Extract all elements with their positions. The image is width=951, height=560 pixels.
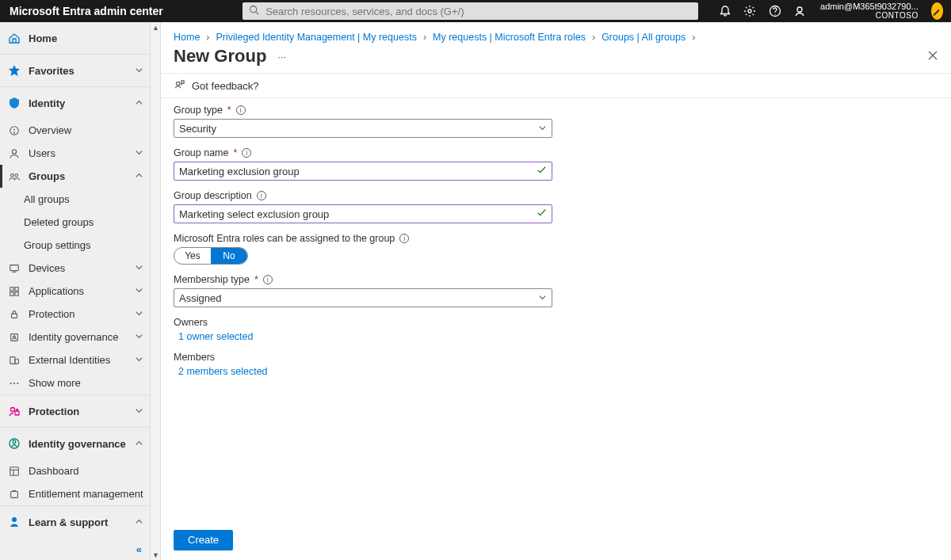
account-info[interactable]: admin@M365t9032790... CONTOSO <box>817 2 922 20</box>
nav-identity-governance-label: Identity governance <box>29 438 127 450</box>
group-description-input[interactable]: Marketing select exclusion group <box>174 204 552 223</box>
breadcrumb-groups[interactable]: Groups | All groups <box>602 32 686 43</box>
owners-label: Owners <box>174 317 208 328</box>
nav-group-settings[interactable]: Group settings <box>0 234 150 257</box>
create-button[interactable]: Create <box>174 530 233 550</box>
nav-groups[interactable]: Groups <box>0 165 150 188</box>
nav-learn-support-label: Learn & support <box>29 516 127 528</box>
nav-show-more[interactable]: Show more <box>0 371 150 394</box>
external-identities-icon <box>8 354 21 367</box>
notifications-icon[interactable] <box>717 0 732 22</box>
toggle-yes[interactable]: Yes <box>174 248 211 264</box>
person-feedback-icon <box>174 78 185 93</box>
page-title: New Group <box>174 46 266 67</box>
nav-entitlement[interactable]: Entitlement management <box>0 482 150 505</box>
help-icon[interactable] <box>767 0 782 22</box>
global-search[interactable] <box>243 2 698 20</box>
nav-identity-label: Identity <box>29 97 127 109</box>
svg-point-37 <box>176 82 179 85</box>
more-actions-icon[interactable]: ··· <box>274 48 289 66</box>
nav-identity[interactable]: Identity <box>0 87 150 119</box>
svg-point-20 <box>13 335 16 337</box>
nav-dashboard[interactable]: Dashboard <box>0 459 150 482</box>
nav-identity-governance[interactable]: Identity governance <box>0 428 150 459</box>
info-icon[interactable]: i <box>236 105 246 115</box>
nav-groups-label: Groups <box>29 170 127 182</box>
breadcrumb-pim[interactable]: Privileged Identity Management | My requ… <box>216 32 417 43</box>
nav-protection-sub[interactable]: Protection <box>0 303 150 326</box>
got-feedback-link[interactable]: Got feedback? <box>192 80 259 92</box>
svg-point-34 <box>12 517 17 522</box>
close-icon[interactable] <box>927 50 938 63</box>
nav-overview[interactable]: Overview <box>0 119 150 142</box>
footer-bar: Create <box>161 524 951 560</box>
breadcrumb-sep: › <box>692 32 695 43</box>
svg-point-5 <box>797 7 802 12</box>
group-type-select[interactable]: Security <box>174 119 552 138</box>
chevron-up-icon <box>135 170 143 182</box>
svg-rect-18 <box>12 314 17 318</box>
groups-icon <box>8 170 21 183</box>
nav-idgov-sub[interactable]: Identity governance <box>0 326 150 349</box>
nav-learn-support[interactable]: Learn & support <box>0 506 150 538</box>
scroll-up-icon[interactable]: ▲ <box>151 22 161 32</box>
chevron-down-icon <box>135 262 143 274</box>
info-icon[interactable]: i <box>257 191 266 200</box>
nav-entitlement-label: Entitlement management <box>29 488 143 500</box>
breadcrumb-home[interactable]: Home <box>174 32 200 43</box>
nav-devices[interactable]: Devices <box>0 257 150 280</box>
tenant-name: CONTOSO <box>876 12 919 21</box>
group-description-value: Marketing select exclusion group <box>179 208 537 220</box>
nav-all-groups[interactable]: All groups <box>0 188 150 211</box>
toolbar: Got feedback? <box>161 73 951 98</box>
breadcrumb-sep: › <box>423 32 426 43</box>
roles-assignable-toggle[interactable]: Yes No <box>174 247 248 265</box>
owners-selected-link[interactable]: 1 owner selected <box>174 331 938 342</box>
info-icon[interactable]: i <box>399 234 409 243</box>
content: Home › Privileged Identity Management | … <box>161 22 951 560</box>
nav-protection-label: Protection <box>29 406 127 417</box>
sidebar-collapse[interactable]: « <box>0 538 150 560</box>
page-header: New Group ··· <box>161 44 951 73</box>
membership-type-label: Membership type <box>174 274 250 285</box>
svg-point-4 <box>774 13 775 14</box>
nav-external-identities[interactable]: External Identities <box>0 349 150 371</box>
members-selected-link[interactable]: 2 members selected <box>174 366 938 377</box>
membership-type-select[interactable]: Assigned <box>174 288 552 307</box>
scroll-down-icon[interactable]: ▼ <box>151 550 161 560</box>
toggle-no[interactable]: No <box>211 248 247 264</box>
nav-applications[interactable]: Applications <box>0 280 150 303</box>
group-description-label: Group description <box>174 190 252 201</box>
nav-favorites[interactable]: Favorites <box>0 55 150 86</box>
nav-protection-sub-label: Protection <box>29 308 127 320</box>
group-name-input[interactable]: Marketing exclusion group <box>174 162 552 181</box>
brand-title: Microsoft Entra admin center <box>10 5 163 17</box>
nav-deleted-groups[interactable]: Deleted groups <box>0 211 150 234</box>
search-input[interactable] <box>264 5 692 18</box>
chevron-up-icon <box>135 97 143 109</box>
nav-users-label: Users <box>29 147 127 159</box>
account-email: admin@M365t9032790... <box>820 2 919 12</box>
learn-support-icon <box>8 516 21 528</box>
svg-rect-17 <box>15 291 18 295</box>
sidebar-scrollbar[interactable]: ▲ ▼ <box>151 22 161 560</box>
svg-point-0 <box>250 6 257 13</box>
info-icon[interactable]: i <box>242 148 251 158</box>
topbar: Microsoft Entra admin center admin@M365t… <box>0 0 951 22</box>
group-type-label: Group type <box>174 105 223 116</box>
breadcrumb-myrequests[interactable]: My requests | Microsoft Entra roles <box>433 32 586 43</box>
nav-protection[interactable]: Protection <box>0 395 150 427</box>
avatar[interactable] <box>931 2 943 20</box>
group-name-label: Group name <box>174 147 228 158</box>
check-icon <box>537 165 547 177</box>
svg-rect-21 <box>10 356 15 364</box>
feedback-icon[interactable] <box>792 0 808 22</box>
nav-users[interactable]: Users <box>0 142 150 165</box>
chevron-down-icon <box>135 285 143 297</box>
identity-governance-icon <box>8 437 21 450</box>
settings-icon[interactable] <box>743 0 758 22</box>
nav-home[interactable]: Home <box>0 22 150 54</box>
info-icon[interactable]: i <box>263 275 273 284</box>
search-icon <box>249 5 259 17</box>
svg-point-2 <box>748 10 751 13</box>
